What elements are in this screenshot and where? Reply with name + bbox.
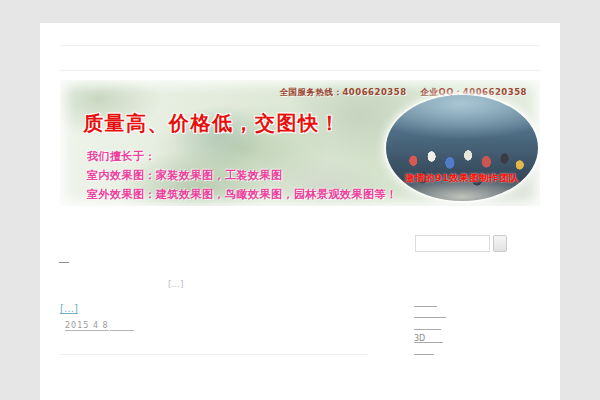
team-photo: 激情的91效果图制作团队 <box>386 95 538 201</box>
sidebar-link-3d[interactable]: 3D <box>414 333 443 343</box>
sidebar-link[interactable] <box>414 345 434 355</box>
site-header <box>60 45 540 71</box>
banner-specialty-intro: 我们擅长于： <box>87 149 156 164</box>
banner-image[interactable]: 全国服务热线：4006620358 企业QQ：4006620358 质量高、价格… <box>60 80 540 206</box>
read-more-link[interactable]: […] <box>60 303 78 314</box>
excerpt-ellipsis: [...] <box>168 279 184 289</box>
banner-hotline-text: 全国服务热线：4006620358 企业QQ：4006620358 <box>279 87 527 99</box>
banner-specialty-outdoor: 室外效果图：建筑效果图，鸟瞰效果图，园林景观效果图等！ <box>87 187 398 202</box>
sidebar-link[interactable] <box>414 308 446 318</box>
post-title-link[interactable] <box>59 254 69 263</box>
page-card: 全国服务热线：4006620358 企业QQ：4006620358 质量高、价格… <box>40 23 560 400</box>
post-date-link[interactable]: 2015 4 8 <box>65 321 109 331</box>
content-divider <box>60 354 368 355</box>
search-input[interactable] <box>415 235 490 252</box>
sidebar-link[interactable] <box>414 320 441 330</box>
banner-specialty-indoor: 室内效果图：家装效果图，工装效果图 <box>87 168 283 183</box>
search-submit-button[interactable] <box>493 235 507 252</box>
team-photo-caption: 激情的91效果图制作团队 <box>386 172 538 185</box>
sidebar-link[interactable] <box>414 297 437 307</box>
post-meta-link[interactable] <box>110 321 134 331</box>
banner-headline: 质量高、价格低，交图快！ <box>83 110 341 137</box>
